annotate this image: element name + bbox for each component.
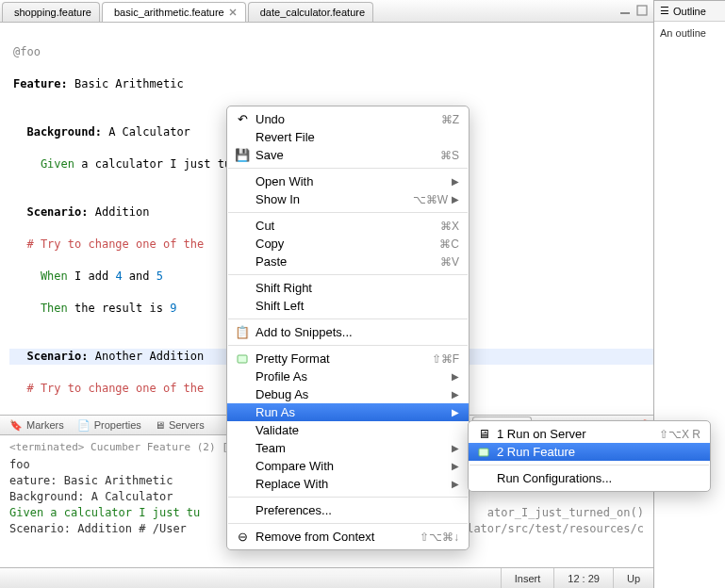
- menu-revert-file[interactable]: Revert File: [227, 128, 469, 146]
- svg-rect-8: [238, 355, 247, 363]
- close-icon[interactable]: [228, 8, 238, 17]
- outline-title: Outline: [673, 6, 706, 17]
- menu-replace-with[interactable]: Replace With▶: [227, 475, 469, 493]
- status-up[interactable]: Up: [613, 568, 653, 588]
- tab-label: basic_arithmetic.feature: [114, 7, 224, 18]
- menu-shift-right[interactable]: Shift Right: [227, 279, 469, 297]
- menu-copy[interactable]: Copy⌘C: [227, 235, 469, 253]
- menu-remove-from-context[interactable]: ⊖Remove from Context⇧⌥⌘↓: [227, 528, 469, 546]
- editor-tab-bar: shopping.feature basic_arithmetic.featur…: [0, 0, 653, 23]
- submenu-run-feature[interactable]: 2 Run Feature: [469, 443, 710, 461]
- tab-servers[interactable]: 🖥Servers: [149, 417, 210, 433]
- tab-properties[interactable]: 📄Properties: [72, 417, 147, 433]
- menu-undo[interactable]: ↶Undo⌘Z: [227, 110, 469, 128]
- markers-icon: 🔖: [9, 419, 23, 432]
- separator: [228, 274, 468, 275]
- chevron-right-icon: ▶: [452, 176, 459, 187]
- run-as-submenu: 🖥1 Run on Server⇧⌥X R 2 Run Feature Run …: [468, 420, 711, 492]
- remove-icon: ⊖: [235, 530, 250, 544]
- separator: [470, 465, 709, 466]
- maximize-icon[interactable]: [636, 5, 648, 18]
- tab-shopping[interactable]: shopping.feature: [2, 2, 100, 22]
- properties-icon: 📄: [77, 419, 91, 432]
- menu-team[interactable]: Team▶: [227, 439, 469, 457]
- menu-add-to-snippets[interactable]: 📋Add to Snippets...: [227, 323, 469, 341]
- separator: [228, 497, 468, 498]
- chevron-right-icon: ▶: [452, 479, 459, 489]
- outline-panel: ☰ Outline An outline: [654, 0, 725, 588]
- chevron-right-icon: ▶: [452, 461, 459, 471]
- menu-shift-left[interactable]: Shift Left: [227, 297, 469, 315]
- tab-label: date_calculator.feature: [260, 7, 365, 18]
- tab-label: shopping.feature: [14, 7, 91, 18]
- menu-paste[interactable]: Paste⌘V: [227, 253, 469, 270]
- menu-pretty-format[interactable]: Pretty Format⇧⌘F: [227, 350, 469, 368]
- separator: [228, 212, 468, 213]
- status-insert: Insert: [501, 568, 554, 588]
- menu-show-in[interactable]: Show In⌥⌘W▶: [227, 190, 469, 208]
- svg-rect-9: [479, 449, 488, 456]
- snippet-icon: 📋: [235, 325, 250, 339]
- feature-icon: [235, 353, 250, 365]
- outline-body: An outline: [654, 22, 725, 44]
- menu-run-as[interactable]: Run As▶: [227, 403, 469, 421]
- svg-rect-6: [620, 12, 630, 14]
- menu-open-with[interactable]: Open With▶: [227, 172, 469, 190]
- status-position: 12 : 29: [553, 568, 613, 588]
- menu-preferences[interactable]: Preferences...: [227, 501, 469, 519]
- status-bar: Insert 12 : 29 Up: [0, 567, 653, 588]
- menu-cut[interactable]: Cut⌘X: [227, 217, 469, 235]
- separator: [228, 523, 468, 524]
- menu-profile-as[interactable]: Profile As▶: [227, 368, 469, 385]
- feature-icon: [476, 447, 491, 458]
- separator: [228, 345, 468, 346]
- menu-save[interactable]: 💾Save⌘S: [227, 146, 469, 164]
- menu-debug-as[interactable]: Debug As▶: [227, 385, 469, 403]
- chevron-right-icon: ▶: [452, 194, 459, 204]
- tab-basic-arithmetic[interactable]: basic_arithmetic.feature: [102, 2, 246, 22]
- minimize-icon[interactable]: [619, 5, 631, 18]
- chevron-right-icon: ▶: [452, 407, 459, 417]
- tab-markers[interactable]: 🔖Markers: [4, 417, 70, 433]
- undo-icon: ↶: [235, 112, 250, 126]
- chevron-right-icon: ▶: [452, 389, 459, 400]
- chevron-right-icon: ▶: [452, 443, 459, 453]
- separator: [228, 318, 468, 319]
- tab-date-calculator[interactable]: date_calculator.feature: [248, 2, 373, 22]
- outline-icon: ☰: [660, 5, 669, 17]
- submenu-run-configurations[interactable]: Run Configurations...: [469, 469, 710, 487]
- menu-validate[interactable]: Validate: [227, 421, 469, 439]
- context-menu: ↶Undo⌘Z Revert File 💾Save⌘S Open With▶ S…: [226, 106, 470, 550]
- server-icon: 🖥: [476, 427, 491, 441]
- menu-compare-with[interactable]: Compare With▶: [227, 457, 469, 475]
- svg-rect-7: [637, 6, 647, 15]
- separator: [228, 168, 468, 169]
- save-icon: 💾: [235, 148, 250, 162]
- servers-icon: 🖥: [155, 419, 165, 431]
- submenu-run-on-server[interactable]: 🖥1 Run on Server⇧⌥X R: [469, 425, 710, 443]
- chevron-right-icon: ▶: [452, 371, 459, 382]
